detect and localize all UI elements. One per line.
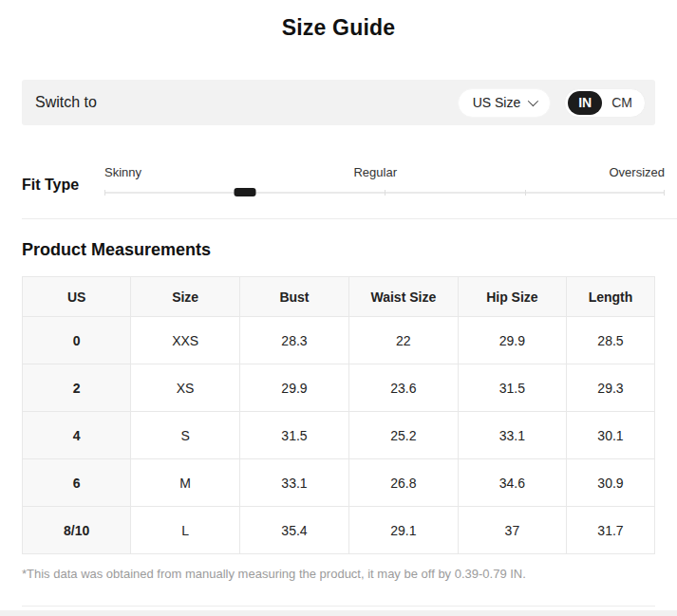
fit-type-section: Fit Type Skinny Regular Oversized: [0, 125, 677, 194]
measurement-cell: XS: [131, 364, 240, 412]
column-header-us: US: [23, 277, 131, 317]
measurement-cell: 29.9: [240, 364, 349, 412]
slider-tick: [104, 190, 105, 196]
column-header-bust: Bust: [240, 277, 349, 317]
measurement-disclaimer: *This data was obtained from manually me…: [22, 567, 655, 581]
measurement-cell: S: [131, 412, 240, 459]
table-row: 4S31.525.233.130.1: [23, 412, 655, 459]
section-divider: [22, 218, 677, 219]
measurement-cell: 25.2: [348, 412, 458, 459]
fit-type-slider: Skinny Regular Oversized: [104, 165, 665, 194]
measurement-cell: 33.1: [458, 412, 566, 459]
slider-tick: [664, 190, 665, 196]
switch-controls: US Size IN CM: [458, 88, 646, 118]
measurement-cell: 34.6: [458, 459, 566, 507]
size-system-selected-value: US Size: [473, 95, 521, 110]
column-header-size: Size: [131, 277, 240, 317]
fit-option-oversized: Oversized: [609, 165, 665, 179]
measurement-cell: M: [131, 459, 240, 507]
slider-tick: [525, 190, 526, 196]
measurement-cell: 33.1: [240, 459, 349, 507]
us-size-cell: 0: [23, 317, 131, 364]
measurement-cell: 31.7: [566, 507, 654, 554]
size-system-dropdown[interactable]: US Size: [458, 88, 552, 118]
us-size-cell: 6: [23, 459, 131, 507]
measurement-cell: 29.3: [566, 364, 654, 412]
measurement-cell: 26.8: [348, 459, 458, 507]
table-row: 6M33.126.834.630.9: [23, 459, 655, 507]
measurement-cell: 35.4: [240, 507, 349, 554]
unit-option-cm[interactable]: CM: [602, 91, 642, 115]
measurement-cell: 28.5: [566, 317, 654, 364]
us-size-cell: 4: [23, 412, 131, 459]
measurement-cell: 31.5: [458, 364, 566, 412]
measurement-cell: 29.9: [458, 317, 566, 364]
measurement-cell: 23.6: [348, 364, 458, 412]
switch-to-label: Switch to: [35, 94, 97, 111]
measurements-table-body: 0XXS28.32229.928.52XS29.923.631.529.34S3…: [23, 317, 655, 554]
table-row: 2XS29.923.631.529.3: [23, 364, 655, 412]
column-header-waist: Waist Size: [348, 277, 458, 317]
measurement-cell: 30.9: [566, 459, 654, 507]
measurement-cell: 30.1: [566, 412, 654, 459]
next-section-edge: [0, 610, 677, 616]
fit-option-regular: Regular: [353, 165, 397, 179]
table-row: 8/10L35.429.13731.7: [23, 507, 655, 554]
measurement-cell: 22: [348, 317, 458, 364]
page-title: Size Guide: [0, 0, 677, 41]
fit-type-slider-handle[interactable]: [234, 188, 255, 196]
fit-type-slider-labels: Skinny Regular Oversized: [104, 165, 665, 179]
table-row: 0XXS28.32229.928.5: [23, 317, 655, 364]
column-header-hip: Hip Size: [458, 277, 566, 317]
chevron-down-icon: [528, 96, 538, 106]
measurement-cell: 37: [458, 507, 566, 554]
measurement-cell: L: [131, 507, 240, 554]
fit-option-skinny: Skinny: [104, 165, 141, 179]
measurements-table: US Size Bust Waist Size Hip Size Length …: [22, 276, 655, 554]
measurement-cell: XXS: [131, 317, 240, 364]
unit-option-in[interactable]: IN: [568, 91, 602, 115]
footer-divider: [22, 606, 655, 607]
measurement-cell: 31.5: [240, 412, 349, 459]
unit-toggle: IN CM: [564, 88, 646, 118]
us-size-cell: 8/10: [23, 507, 131, 554]
us-size-cell: 2: [23, 364, 131, 412]
fit-type-label: Fit Type: [22, 165, 104, 194]
fit-type-slider-track[interactable]: [104, 192, 665, 194]
switch-bar: Switch to US Size IN CM: [22, 80, 655, 125]
measurement-cell: 29.1: [348, 507, 458, 554]
column-header-length: Length: [566, 277, 654, 317]
table-header-row: US Size Bust Waist Size Hip Size Length: [23, 277, 655, 317]
measurement-cell: 28.3: [240, 317, 349, 364]
slider-tick: [385, 190, 386, 196]
product-measurements-heading: Product Measurements: [22, 240, 655, 260]
